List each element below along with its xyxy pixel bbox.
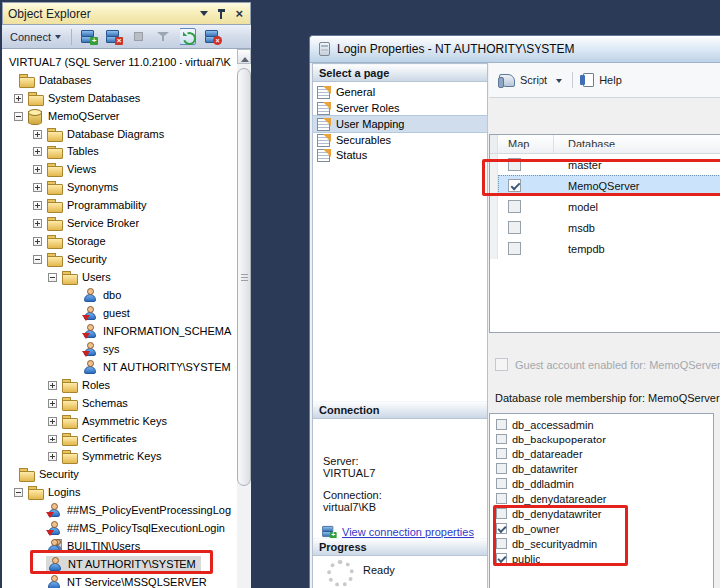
tree-item-nt-service-mssqlserver[interactable]: NT Service\MSSQLSERVER [2,573,237,588]
tree-item-asymmetric-keys[interactable]: Asymmetric Keys [2,412,237,430]
collapse-icon[interactable] [14,488,23,497]
expand-icon[interactable] [33,130,42,139]
expand-icon[interactable] [48,452,57,461]
tree-item-information-schema[interactable]: INFORMATION_SCHEMA [2,322,237,340]
dialog-titlebar[interactable]: Login Properties - NT AUTHORITY\SYSTEM [310,36,720,63]
role-db-datareader[interactable]: db_datareader [496,446,713,461]
tree-scrollbar[interactable] [237,49,251,588]
expand-icon[interactable] [33,165,42,174]
tree-item-storage[interactable]: Storage [2,232,237,250]
tree-item-users[interactable]: Users [2,268,237,286]
role-db-datawriter[interactable]: db_datawriter [496,461,713,476]
expand-icon[interactable] [48,417,57,426]
column-header-map: Map [498,135,554,153]
map-checkbox[interactable] [508,221,521,234]
tree-item-memoqserver[interactable]: MemoQServer [2,107,237,125]
connect-button[interactable]: Connect [7,29,64,45]
tree-item-programmability[interactable]: Programmability [2,196,237,214]
tree-item-logins[interactable]: Logins [2,483,237,501]
kill-process-button[interactable] [203,27,223,47]
scrollbar-thumb[interactable] [237,68,251,486]
expand-icon[interactable] [33,237,42,246]
tree-item-ms-policy-event-login[interactable]: ##MS_PolicyEventProcessingLog [2,501,237,519]
tree-item-sys[interactable]: sys [2,340,237,358]
folder-icon [46,198,62,213]
expand-icon[interactable] [48,435,57,443]
expand-icon[interactable] [33,183,42,192]
view-connection-properties-link[interactable]: View connection properties [321,524,474,539]
expand-icon[interactable] [14,94,23,103]
expand-icon[interactable] [33,219,42,228]
collapse-icon[interactable] [33,255,42,264]
script-button[interactable]: Script [499,74,562,87]
page-icon [317,102,331,115]
help-button[interactable]: Help [583,73,622,87]
tree-item-synonyms[interactable]: Synonyms [2,178,237,196]
user-disabled-icon [46,521,62,536]
user-disabled-icon [82,324,98,339]
tree-item-db-security[interactable]: Security [2,250,237,268]
table-row-msdb[interactable]: msdb [490,217,720,238]
table-row-tempdb[interactable]: tempdb [490,238,720,259]
page-item-server-roles[interactable]: Server Roles [313,100,487,116]
connect-server-button[interactable] [79,27,99,47]
page-icon [317,86,331,99]
scroll-up-icon[interactable] [237,49,251,64]
tree-item-ms-policy-tsql-login[interactable]: ##MS_PolicyTsqlExecutionLogin [2,519,237,537]
page-item-general[interactable]: General [313,84,487,100]
page-icon [317,134,331,147]
role-db-accessadmin[interactable]: db_accessadmin [496,417,713,432]
page-item-status[interactable]: Status [313,147,487,163]
role-checkbox[interactable] [496,463,507,474]
expand-icon[interactable] [33,201,42,210]
page-icon [317,118,331,131]
tree-item-server[interactable]: VIRTUAL7 (SQL Server 11.0.2100 - virtual… [2,53,237,71]
tree-item-symmetric-keys[interactable]: Symmetric Keys [2,447,237,465]
tree-item-views[interactable]: Views [2,160,237,178]
filter-icon [157,30,170,43]
role-checkbox[interactable] [496,448,507,459]
role-db-backupoperator[interactable]: db_backupoperator [496,432,713,446]
guest-checkbox-disabled [495,358,508,371]
tree-item-schemas[interactable]: Schemas [2,394,237,412]
map-checkbox[interactable] [508,242,521,255]
dialog-icon [319,42,330,56]
collapse-icon[interactable] [48,273,57,282]
window-menu-icon[interactable] [200,11,208,20]
stop-button[interactable] [129,27,149,47]
row-selector-header [490,135,498,153]
tree-item-certificates[interactable]: Certificates [2,430,237,447]
tree-item-tables[interactable]: Tables [2,143,237,160]
folder-icon [46,234,62,249]
disconnect-server-icon [106,29,122,44]
chevron-down-icon[interactable] [556,79,562,86]
tree-item-system-databases[interactable]: System Databases [2,89,237,107]
filter-button[interactable] [154,27,174,47]
collapse-icon[interactable] [14,112,23,121]
role-db-denydatareader[interactable]: db_denydatareader [496,491,713,506]
tree-item-service-broker[interactable]: Service Broker [2,214,237,232]
tree-item-server-security[interactable]: Security [2,465,237,483]
disconnect-server-button[interactable] [104,27,124,47]
role-checkbox[interactable] [496,419,507,430]
role-db-ddladmin[interactable]: db_ddladmin [496,476,713,491]
role-checkbox[interactable] [496,478,507,489]
tree-item-database-diagrams[interactable]: Database Diagrams [2,125,237,143]
role-checkbox[interactable] [496,434,507,444]
close-icon[interactable]: × [235,8,243,19]
tree-item-dbo[interactable]: dbo [2,286,237,304]
role-checkbox[interactable] [496,493,507,504]
tree-item-nt-authority-system-user[interactable]: NT AUTHORITY\SYSTEM [2,358,237,376]
expand-icon[interactable] [33,147,42,156]
expand-icon[interactable] [48,399,57,408]
refresh-button[interactable] [179,27,198,47]
map-checkbox[interactable] [508,200,521,213]
tree-item-databases[interactable]: Databases [2,71,237,89]
tree-item-roles[interactable]: Roles [2,376,237,394]
page-item-user-mapping[interactable]: User Mapping [313,116,487,132]
page-item-securables[interactable]: Securables [313,132,487,147]
pin-icon[interactable] [217,8,226,20]
table-row-model[interactable]: model [490,196,720,217]
expand-icon[interactable] [48,381,57,390]
tree-item-guest[interactable]: guest [2,304,237,322]
